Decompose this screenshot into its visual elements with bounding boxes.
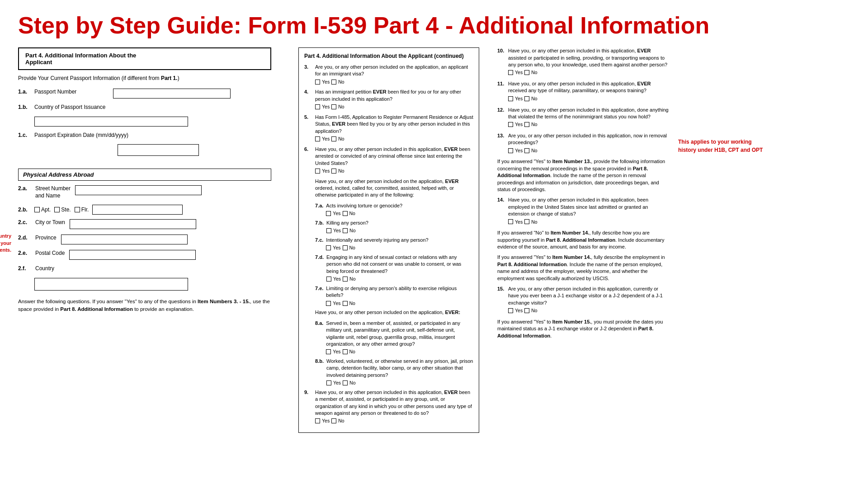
- q15-yn: Yes No: [508, 307, 669, 314]
- q7d-yn: Yes No: [326, 276, 473, 282]
- middle-header-text: Part 4. Additional Information About the…: [304, 53, 464, 59]
- q8b-yes-box[interactable]: [326, 380, 331, 385]
- section-header-box: Part 4. Additional Information About the…: [18, 47, 271, 70]
- q13-yn: Yes No: [508, 147, 669, 154]
- q7d-no-box[interactable]: [343, 277, 348, 282]
- note-14-no: If you answered "No" to Item Number 14.,…: [497, 230, 669, 250]
- apt-checkbox-label[interactable]: Apt.: [34, 206, 51, 213]
- q7a-row: 7.a. Acts involving torture or genocide?…: [315, 202, 473, 217]
- q15-no-box[interactable]: [524, 308, 529, 313]
- q9-no-box[interactable]: [331, 418, 336, 423]
- q13-no-box[interactable]: [524, 148, 529, 153]
- q7e-text: Limiting or denying any person's ability…: [326, 285, 473, 306]
- flr-checkbox[interactable]: [75, 207, 80, 212]
- q3-no-box[interactable]: [331, 80, 336, 84]
- field-2c-name: City or Town: [35, 219, 65, 226]
- q8a-no-box[interactable]: [343, 349, 348, 354]
- q8b-yn: Yes No: [326, 380, 473, 386]
- q11-yes-box[interactable]: [508, 96, 513, 101]
- q7e-no-box[interactable]: [343, 301, 348, 306]
- field-1c-label-group: 1.c. Passport Expiration Date (mm/dd/yyy…: [18, 132, 128, 139]
- q6-no-box[interactable]: [331, 169, 336, 174]
- q7c-no-box[interactable]: [343, 245, 348, 250]
- q12-yn: Yes No: [508, 121, 669, 128]
- q7a-yes-box[interactable]: [326, 211, 331, 216]
- q13-yes-box[interactable]: [508, 148, 513, 153]
- province-input[interactable]: [61, 235, 188, 244]
- q5-no-box[interactable]: [331, 136, 336, 141]
- note-13: If you answered "Yes" to Item Number 13.…: [497, 158, 669, 193]
- q15-yes-box[interactable]: [508, 308, 513, 313]
- q7b-no-box[interactable]: [343, 228, 348, 233]
- flr-checkbox-label[interactable]: Flr.: [75, 206, 89, 213]
- q8b-row: 8.b. Worked, volunteered, or otherwise s…: [315, 358, 473, 386]
- q7-intro-row: Have you, or any other person included o…: [304, 178, 473, 199]
- q12-no-box[interactable]: [524, 122, 529, 127]
- q7a-no-box[interactable]: [343, 211, 348, 216]
- ste-checkbox[interactable]: [54, 207, 60, 212]
- field-1c-label: Passport Expiration Date (mm/dd/yyyy): [34, 132, 128, 139]
- q4-no-box[interactable]: [331, 104, 336, 109]
- q7e-yes-box[interactable]: [326, 301, 331, 306]
- street-number-input[interactable]: [75, 185, 202, 195]
- city-input[interactable]: [70, 219, 196, 229]
- apt-checkbox[interactable]: [34, 207, 40, 212]
- q7b-yes-box[interactable]: [326, 228, 331, 233]
- apt-number-input[interactable]: [92, 205, 183, 215]
- q7b-row: 7.b. Killing any person? Yes No: [315, 220, 473, 234]
- note-14-yes: If you answered "Yes" to Item Number 14.…: [497, 254, 669, 282]
- middle-panel-header: Part 4. Additional Information About the…: [304, 52, 473, 60]
- q4-text: Has an immigrant petition EVER been file…: [315, 89, 473, 110]
- side-note-right: This applies to your working history und…: [678, 138, 769, 154]
- q10-no-box[interactable]: [524, 70, 529, 75]
- q7b-text: Killing any person? Yes No: [326, 220, 473, 234]
- q6-yes-box[interactable]: [315, 169, 320, 174]
- field-1b-id: 1.b.: [18, 104, 31, 110]
- q14-no-box[interactable]: [524, 219, 529, 224]
- field-1a-id: 1.a.: [18, 89, 31, 95]
- side-note-left: Should be your home country address and …: [0, 233, 11, 253]
- q8b-num: 8.b.: [315, 358, 324, 365]
- page-title: Step by Step Guide: Form I-539 Part 4 - …: [18, 13, 850, 38]
- q5-yes-box[interactable]: [315, 136, 320, 141]
- q11-no-box[interactable]: [524, 96, 529, 101]
- q7d-yes-box[interactable]: [326, 277, 331, 282]
- q14-yes-box[interactable]: [508, 219, 513, 224]
- field-2e-row: 2.e. Postal Code: [18, 250, 271, 260]
- q3-yes-box[interactable]: [315, 80, 320, 84]
- q8b-no-box[interactable]: [343, 380, 348, 385]
- field-1a-label: Passport Number: [34, 89, 76, 96]
- q3-yn: Yes No: [315, 79, 473, 85]
- q7-intro-text: Have you, or any other person included o…: [315, 178, 473, 199]
- field-1b-label-group: 1.b. Country of Passport Issuance: [18, 104, 108, 111]
- q12-row: 12. Have you, or any other person includ…: [497, 107, 669, 128]
- field-2a-row: 2.a. Street Numberand Name: [18, 185, 271, 199]
- passport-number-input[interactable]: [113, 89, 231, 99]
- q7e-yn: Yes No: [326, 300, 473, 307]
- q10-num: 10.: [497, 47, 505, 54]
- q4-yn: Yes No: [315, 103, 473, 110]
- q4-yes-box[interactable]: [315, 104, 320, 109]
- postal-code-input[interactable]: [69, 250, 196, 260]
- q10-text: Have you, or any other person included i…: [508, 47, 669, 76]
- q9-yes-box[interactable]: [315, 418, 320, 423]
- q9-yn: Yes No: [315, 418, 473, 424]
- q12-yes-box[interactable]: [508, 122, 513, 127]
- q8a-yes-box[interactable]: [326, 349, 331, 354]
- q3-num: 3.: [304, 64, 312, 70]
- q8a-text: Served in, been a member of, assisted, o…: [326, 320, 473, 355]
- q10-yes-box[interactable]: [508, 70, 513, 75]
- q7a-text: Acts involving torture or genocide? Yes …: [326, 202, 473, 217]
- q7c-yes-box[interactable]: [326, 245, 331, 250]
- country-passport-input[interactable]: [34, 117, 188, 127]
- q9-num: 9.: [304, 389, 312, 396]
- q7b-yn: Yes No: [326, 227, 473, 234]
- passport-expiration-input[interactable]: [118, 144, 199, 156]
- q15-num: 15.: [497, 286, 505, 292]
- ste-checkbox-label[interactable]: Ste.: [54, 206, 71, 213]
- field-1b-label: Country of Passport Issuance: [34, 104, 105, 111]
- country-input[interactable]: [34, 278, 188, 291]
- q11-row: 11. Have you, or any other person includ…: [497, 80, 669, 102]
- field-2b-id: 2.b.: [18, 206, 31, 213]
- field-2c-id: 2.c.: [18, 219, 31, 225]
